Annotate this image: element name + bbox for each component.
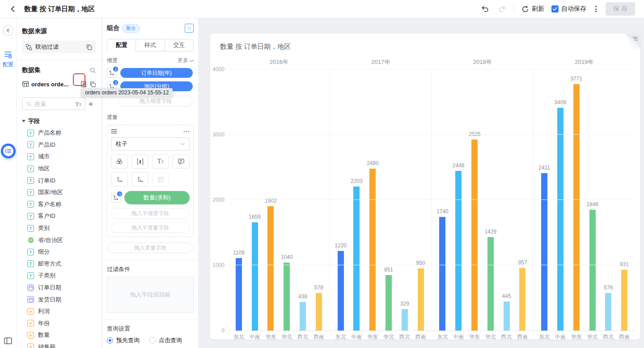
field-item[interactable]: T细分 [22, 246, 96, 258]
field-item[interactable]: 省/自治区 [22, 234, 96, 246]
measure-chip-quantity-sum[interactable]: 数量(求和) [124, 191, 190, 204]
drop-measure-zone[interactable]: 拖入度量字段 [108, 242, 193, 253]
drop-sub-dimension-zone[interactable]: 拖入子维度字段 [111, 208, 190, 219]
color-setting-button[interactable] [111, 154, 128, 169]
bar[interactable] [589, 210, 596, 331]
field-item[interactable]: 发货日期 [22, 293, 96, 306]
bar[interactable] [519, 268, 525, 331]
radio-selected-icon [107, 337, 113, 344]
field-item[interactable]: #销售额 [22, 341, 96, 348]
field-item[interactable]: T城市 [22, 151, 96, 163]
bar[interactable] [236, 258, 242, 331]
x-axis-setting-button[interactable]: x [111, 172, 128, 187]
bar[interactable] [504, 301, 510, 331]
field-item[interactable]: 订单日期 [22, 282, 96, 294]
field-item[interactable]: T子类别 [22, 270, 96, 282]
ellipsis-icon[interactable] [183, 131, 190, 132]
bar[interactable] [439, 217, 445, 331]
field-list: T产品名称T产品IDT城市T地区T订单IDT国家/地区T客户名称T客户IDT类别… [22, 127, 96, 348]
bar[interactable] [573, 84, 580, 331]
tab-style[interactable]: 样式 [136, 39, 165, 51]
axis-y-sort-button[interactable]: y 3 [111, 193, 121, 203]
autosave-toggle[interactable]: 自动保存 [551, 5, 586, 13]
tab-interaction[interactable]: 交互 [165, 39, 194, 51]
bar[interactable] [316, 293, 322, 331]
label-setting-button[interactable] [173, 154, 190, 169]
field-item[interactable]: T产品ID [22, 139, 96, 151]
shapes-setting-button[interactable] [152, 172, 169, 187]
drop-dimension-zone[interactable]: 拖入维度字段 [119, 96, 193, 106]
bar[interactable] [541, 173, 547, 331]
panel-toggle-icon[interactable] [4, 337, 12, 344]
back-icon[interactable] [8, 4, 18, 14]
field-search-input[interactable]: TT [22, 98, 85, 110]
bar[interactable] [487, 237, 494, 331]
radio-pre-query[interactable]: 预先查询 [107, 336, 140, 344]
linkage-filter-item[interactable]: 联动过滤 [22, 41, 96, 53]
bar[interactable] [418, 268, 424, 331]
refresh-button[interactable]: 刷新 [521, 5, 544, 13]
field-item[interactable]: T订单ID [22, 174, 96, 187]
more-dropdown[interactable]: 更多 [178, 57, 194, 64]
search-input[interactable] [34, 101, 73, 107]
rename-case-icon[interactable]: TT [76, 101, 81, 107]
chart-card[interactable]: 数量 按 订单日期，地区 2016年2017年2018年2019年 1109东北… [210, 34, 640, 340]
field-item[interactable]: T类别 [22, 222, 96, 234]
bar[interactable] [267, 206, 274, 331]
favorite-star-icon[interactable]: ☆ [185, 24, 194, 33]
dimension-chip-order-date[interactable]: 订单日期(年) [120, 68, 193, 78]
search-icon[interactable] [89, 67, 96, 74]
copy-icon[interactable] [89, 81, 96, 88]
drag-handle-icon[interactable] [111, 129, 117, 134]
field-item[interactable]: T邮寄方式 [22, 258, 96, 270]
tab-config[interactable]: 配置 [107, 39, 136, 51]
expand-float-button[interactable] [1, 144, 16, 158]
bar[interactable] [621, 270, 627, 331]
bar[interactable] [605, 293, 611, 331]
bar[interactable] [300, 302, 306, 331]
bar[interactable] [471, 140, 478, 331]
bar[interactable] [557, 108, 564, 331]
redo-icon[interactable] [497, 4, 507, 14]
bar-slot: 3409中南 [552, 69, 568, 331]
drop-sub-measure-zone[interactable]: 拖入子度量字段 [111, 222, 190, 233]
field-item[interactable]: #数量 [22, 329, 96, 341]
drop-filter-zone[interactable]: 拖入字段或指标 [107, 277, 194, 313]
radio-click-query[interactable]: 点击查询 [149, 336, 182, 344]
field-item[interactable]: T地区 [22, 163, 96, 175]
save-button[interactable]: 保 存 [606, 2, 635, 16]
font-setting-button[interactable]: TT [152, 154, 169, 169]
bar[interactable] [284, 263, 290, 331]
add-field-button[interactable]: + [85, 100, 96, 108]
dataset-item[interactable]: orders orde... [22, 81, 96, 88]
sidebar-item-config[interactable]: 配置 [0, 50, 16, 68]
more-menu-icon[interactable] [593, 4, 598, 14]
bar[interactable] [353, 187, 360, 331]
bar[interactable] [455, 171, 462, 331]
field-item[interactable]: #利润 [22, 306, 96, 318]
bar[interactable] [386, 275, 392, 331]
font-icon: TT [157, 158, 164, 165]
bar[interactable] [252, 222, 258, 331]
copy-icon[interactable] [86, 44, 93, 51]
chart-type-select[interactable]: 柱子 [111, 137, 190, 151]
y-axis-setting-button[interactable]: y [131, 172, 148, 187]
number-field-icon: # [27, 320, 34, 327]
axis-x-sort-button[interactable]: x 2 [107, 68, 117, 78]
field-item[interactable]: T客户ID [22, 210, 96, 222]
collapse-back-icon[interactable] [3, 25, 13, 36]
bar[interactable] [369, 169, 376, 331]
field-item[interactable]: T国家/地区 [22, 187, 96, 199]
field-item[interactable]: T产品名称 [22, 127, 96, 139]
undo-icon[interactable] [480, 4, 490, 14]
chart-config-panel: 组合 聚合 ☆ 配置 样式 交互 维度 更多 x 2 订单日期(年) x 3 地… [102, 18, 199, 348]
bar[interactable] [338, 251, 344, 331]
field-item[interactable]: #年份 [22, 318, 96, 330]
fields-group-header[interactable]: 字段 [22, 117, 96, 125]
preview-data-icon[interactable] [80, 81, 87, 88]
page-title: 数量 按 订单日期，地区 [24, 5, 95, 13]
bar-width-button[interactable] [131, 154, 148, 169]
chart-corner-menu[interactable] [623, 34, 640, 51]
field-item[interactable]: T客户名称 [22, 199, 96, 211]
bar[interactable] [402, 309, 408, 331]
